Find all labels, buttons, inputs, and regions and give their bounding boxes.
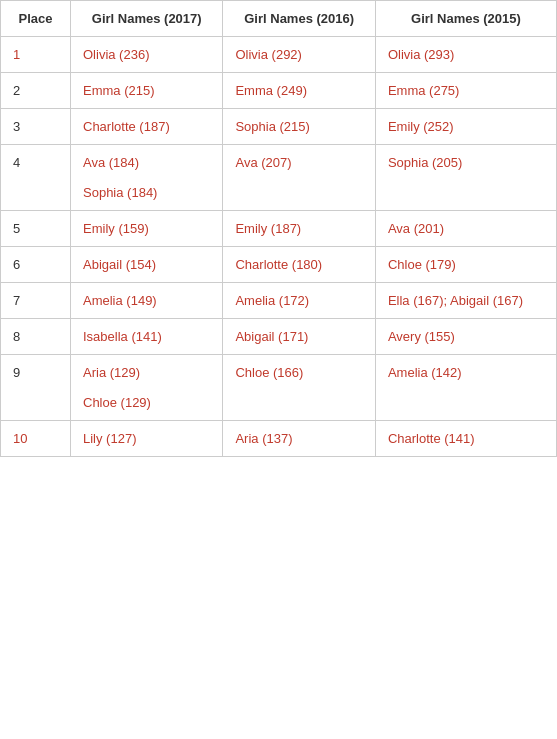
table-row: 6Abigail (154)Charlotte (180)Chloe (179) — [1, 247, 557, 283]
cell-place: 8 — [1, 319, 71, 355]
cell-place[interactable]: 10 — [1, 421, 71, 457]
name-entry: Aria (129) — [83, 365, 140, 380]
cell-name-col2017: Charlotte (187) — [71, 109, 223, 145]
cell-name-col2015: Avery (155) — [375, 319, 556, 355]
cell-place: 5 — [1, 211, 71, 247]
cell-name-col2017: Amelia (149) — [71, 283, 223, 319]
cell-name-col2016: Charlotte (180) — [223, 247, 375, 283]
table-row: 3Charlotte (187)Sophia (215)Emily (252) — [1, 109, 557, 145]
table-row: 10Lily (127)Aria (137)Charlotte (141) — [1, 421, 557, 457]
cell-place: 4 — [1, 145, 71, 211]
cell-place: 7 — [1, 283, 71, 319]
name-entry: Ava (184) — [83, 155, 139, 170]
table-row: 9Aria (129)Chloe (129)Chloe (166)Amelia … — [1, 355, 557, 421]
name-entry: Chloe (179) — [388, 257, 456, 272]
cell-name-col2017: Aria (129)Chloe (129) — [71, 355, 223, 421]
name-entry: Ella (167); Abigail (167) — [388, 293, 523, 308]
name-entry: Emma (215) — [83, 83, 155, 98]
cell-name-col2017: Emily (159) — [71, 211, 223, 247]
cell-name-col2016: Ava (207) — [223, 145, 375, 211]
cell-place: 9 — [1, 355, 71, 421]
cell-name-col2015: Ella (167); Abigail (167) — [375, 283, 556, 319]
name-entry: Amelia (142) — [388, 365, 462, 380]
cell-name-col2017: Isabella (141) — [71, 319, 223, 355]
cell-name-col2015: Charlotte (141) — [375, 421, 556, 457]
cell-name-col2016: Aria (137) — [223, 421, 375, 457]
table-row: 5Emily (159)Emily (187)Ava (201) — [1, 211, 557, 247]
name-entry: Aria (137) — [235, 431, 292, 446]
name-entry: Avery (155) — [388, 329, 455, 344]
name-entry: Abigail (171) — [235, 329, 308, 344]
name-entry: Chloe (129) — [83, 395, 151, 410]
cell-name-col2015: Emma (275) — [375, 73, 556, 109]
cell-place: 3 — [1, 109, 71, 145]
place-link[interactable]: 1 — [13, 47, 20, 62]
name-entry: Chloe (166) — [235, 365, 303, 380]
cell-name-col2016: Chloe (166) — [223, 355, 375, 421]
cell-name-col2016: Sophia (215) — [223, 109, 375, 145]
name-entry: Abigail (154) — [83, 257, 156, 272]
cell-name-col2017: Lily (127) — [71, 421, 223, 457]
name-entry: Emma (275) — [388, 83, 460, 98]
cell-name-col2016: Olivia (292) — [223, 37, 375, 73]
cell-name-col2017: Ava (184)Sophia (184) — [71, 145, 223, 211]
name-entry: Olivia (236) — [83, 47, 149, 62]
cell-name-col2015: Emily (252) — [375, 109, 556, 145]
place-link[interactable]: 10 — [13, 431, 27, 446]
cell-place: 6 — [1, 247, 71, 283]
name-entry: Emily (159) — [83, 221, 149, 236]
name-entry: Emily (187) — [235, 221, 301, 236]
name-entry: Ava (207) — [235, 155, 291, 170]
name-entry: Lily (127) — [83, 431, 136, 446]
name-entry: Sophia (184) — [83, 185, 157, 200]
header-2015: Girl Names (2015) — [375, 1, 556, 37]
cell-place[interactable]: 1 — [1, 37, 71, 73]
name-entry: Emma (249) — [235, 83, 307, 98]
cell-name-col2015: Chloe (179) — [375, 247, 556, 283]
header-place: Place — [1, 1, 71, 37]
name-entry: Ava (201) — [388, 221, 444, 236]
table-row: 2Emma (215)Emma (249)Emma (275) — [1, 73, 557, 109]
name-entry: Olivia (292) — [235, 47, 301, 62]
name-entry: Amelia (172) — [235, 293, 309, 308]
name-entry: Emily (252) — [388, 119, 454, 134]
cell-name-col2016: Emily (187) — [223, 211, 375, 247]
cell-name-col2016: Abigail (171) — [223, 319, 375, 355]
name-entry: Charlotte (141) — [388, 431, 475, 446]
cell-name-col2017: Emma (215) — [71, 73, 223, 109]
name-entry: Olivia (293) — [388, 47, 454, 62]
table-row: 4Ava (184)Sophia (184)Ava (207)Sophia (2… — [1, 145, 557, 211]
cell-name-col2017: Abigail (154) — [71, 247, 223, 283]
name-entry: Sophia (215) — [235, 119, 309, 134]
cell-name-col2017: Olivia (236) — [71, 37, 223, 73]
name-entry: Charlotte (180) — [235, 257, 322, 272]
cell-name-col2016: Emma (249) — [223, 73, 375, 109]
table-row: 8Isabella (141)Abigail (171)Avery (155) — [1, 319, 557, 355]
header-2016: Girl Names (2016) — [223, 1, 375, 37]
cell-name-col2016: Amelia (172) — [223, 283, 375, 319]
name-entry: Charlotte (187) — [83, 119, 170, 134]
name-entry: Amelia (149) — [83, 293, 157, 308]
cell-place: 2 — [1, 73, 71, 109]
girl-names-table: Place Girl Names (2017) Girl Names (2016… — [0, 0, 557, 457]
table-row: 7Amelia (149)Amelia (172)Ella (167); Abi… — [1, 283, 557, 319]
name-entry: Isabella (141) — [83, 329, 162, 344]
table-row: 1Olivia (236)Olivia (292)Olivia (293) — [1, 37, 557, 73]
cell-name-col2015: Sophia (205) — [375, 145, 556, 211]
cell-name-col2015: Ava (201) — [375, 211, 556, 247]
name-entry: Sophia (205) — [388, 155, 462, 170]
header-2017: Girl Names (2017) — [71, 1, 223, 37]
cell-name-col2015: Olivia (293) — [375, 37, 556, 73]
cell-name-col2015: Amelia (142) — [375, 355, 556, 421]
